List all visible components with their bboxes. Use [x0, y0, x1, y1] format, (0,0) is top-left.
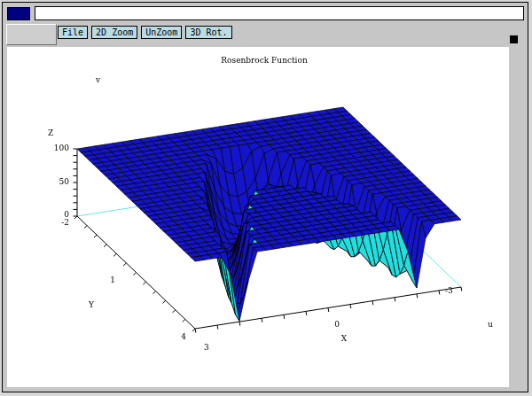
2d-zoom-button[interactable]: 2D Zoom	[91, 26, 137, 39]
title-field[interactable]	[35, 6, 524, 20]
plot-area: Rosenbrock Function v u Z 100 50 0 Y -2 …	[7, 47, 509, 387]
corner-marker	[510, 35, 518, 43]
logo-panel	[6, 24, 57, 45]
surface-canvas[interactable]	[7, 47, 509, 387]
toolbar: File 2D Zoom UnZoom 3D Rot.	[58, 26, 232, 42]
file-button[interactable]: File	[58, 26, 88, 39]
3d-rot-button[interactable]: 3D Rot.	[185, 26, 231, 39]
window-menu-button[interactable]	[7, 7, 30, 20]
unzoom-button[interactable]: UnZoom	[141, 26, 182, 39]
graphics-window: File 2D Zoom UnZoom 3D Rot. Rosenbrock F…	[2, 2, 528, 392]
